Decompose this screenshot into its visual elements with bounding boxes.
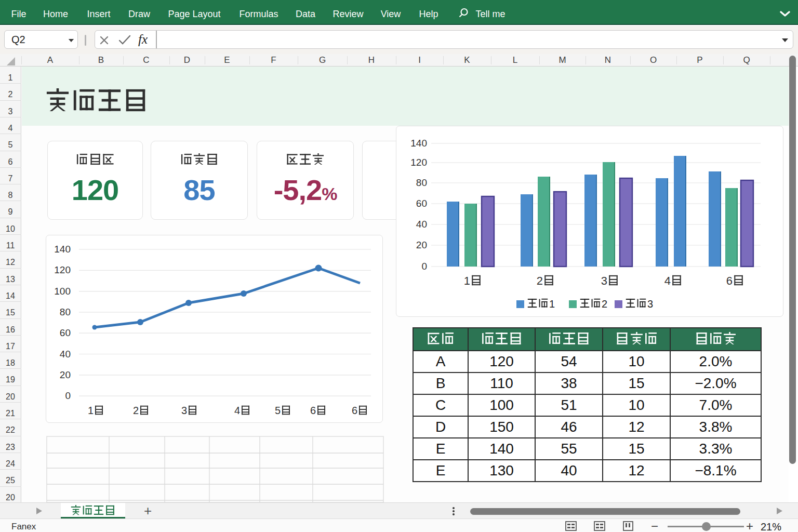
svg-text:60: 60 — [60, 327, 71, 338]
svg-text:80: 80 — [60, 307, 71, 317]
svg-text:60: 60 — [416, 198, 427, 209]
svg-text:0: 0 — [421, 261, 427, 272]
svg-text:0: 0 — [65, 390, 71, 401]
svg-text:3: 3 — [647, 298, 653, 310]
svg-text:6: 6 — [352, 405, 357, 416]
svg-text:1: 1 — [464, 274, 470, 287]
svg-text:40: 40 — [416, 219, 427, 230]
svg-text:120: 120 — [54, 264, 71, 275]
svg-text:20: 20 — [60, 369, 71, 380]
svg-text:2: 2 — [133, 405, 139, 416]
svg-text:3: 3 — [601, 274, 607, 287]
svg-text:2: 2 — [537, 274, 543, 287]
svg-text:1: 1 — [88, 405, 94, 416]
svg-text:100: 100 — [54, 286, 71, 297]
svg-text:4: 4 — [664, 274, 671, 287]
svg-text:6: 6 — [726, 274, 733, 287]
svg-text:40: 40 — [60, 349, 71, 360]
svg-text:1: 1 — [549, 298, 555, 310]
svg-text:80: 80 — [416, 177, 427, 188]
svg-text:140: 140 — [54, 244, 71, 255]
svg-text:20: 20 — [416, 240, 427, 250]
svg-text:5: 5 — [275, 405, 281, 416]
svg-text:120: 120 — [410, 157, 427, 168]
svg-text:4: 4 — [234, 405, 240, 416]
svg-text:6: 6 — [310, 405, 316, 416]
svg-text:140: 140 — [410, 138, 427, 149]
svg-text:3: 3 — [181, 405, 187, 416]
svg-text:2: 2 — [602, 298, 607, 310]
